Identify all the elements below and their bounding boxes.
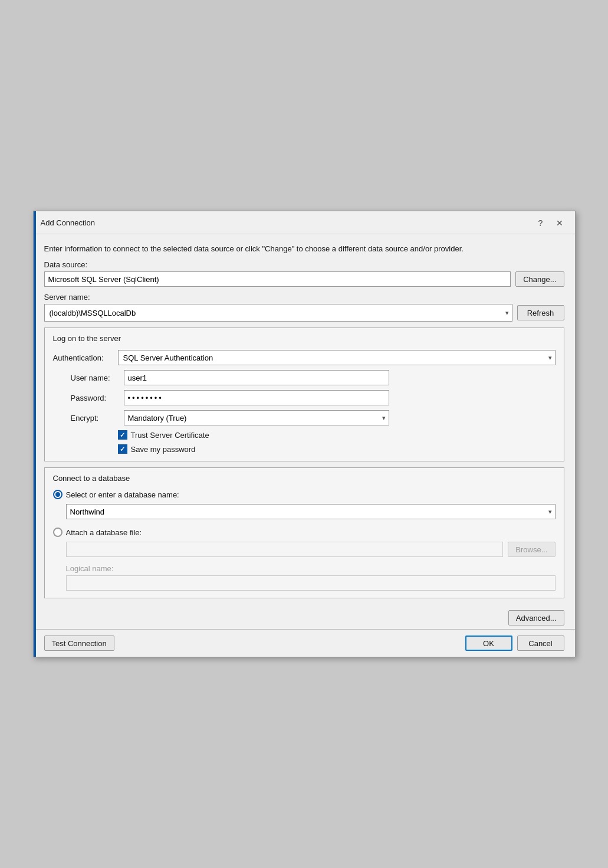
- ok-button[interactable]: OK: [465, 636, 512, 651]
- password-input[interactable]: [124, 390, 389, 405]
- add-connection-dialog: Add Connection ? ✕ Enter information to …: [33, 211, 576, 657]
- attach-database-radio[interactable]: [53, 528, 63, 537]
- intro-text: Enter information to connect to the sele…: [44, 244, 564, 254]
- database-section: Connect to a database Select or enter a …: [44, 467, 564, 598]
- browse-button: Browse...: [508, 542, 555, 557]
- encrypt-label: Encrypt:: [71, 414, 118, 422]
- server-name-section: Server name: (localdb)\MSSQLLocalDb Refr…: [44, 293, 564, 322]
- database-select[interactable]: Northwind master tempdb msdb: [66, 504, 556, 519]
- encrypt-row: Encrypt: Mandatory (True) Optional (Fals…: [53, 410, 556, 425]
- select-database-radio[interactable]: [53, 490, 63, 499]
- username-label: User name:: [71, 374, 118, 382]
- cancel-button[interactable]: Cancel: [517, 636, 564, 651]
- username-input[interactable]: [124, 370, 389, 385]
- logical-name-label: Logical name:: [66, 564, 556, 573]
- password-label: Password:: [71, 394, 118, 402]
- authentication-label: Authentication:: [53, 353, 112, 362]
- database-section-title: Connect to a database: [53, 474, 556, 483]
- server-name-label: Server name:: [44, 293, 564, 302]
- trust-certificate-checkbox[interactable]: [118, 430, 127, 440]
- test-connection-button[interactable]: Test Connection: [44, 636, 114, 651]
- server-name-select[interactable]: (localdb)\MSSQLLocalDb: [44, 304, 512, 322]
- change-button[interactable]: Change...: [515, 271, 564, 287]
- logon-section-title: Log on to the server: [53, 334, 556, 343]
- save-password-row: Save my password: [53, 444, 556, 454]
- server-name-row: (localdb)\MSSQLLocalDb Refresh: [44, 304, 564, 322]
- attach-database-label: Attach a database file:: [66, 528, 142, 537]
- server-name-select-wrapper: (localdb)\MSSQLLocalDb: [44, 304, 512, 322]
- logical-name-section: Logical name:: [53, 562, 556, 591]
- database-select-wrapper: Northwind master tempdb msdb: [66, 504, 556, 519]
- attach-file-row: Browse...: [53, 542, 556, 557]
- attach-file-input: [66, 542, 504, 557]
- help-button[interactable]: ?: [533, 216, 549, 230]
- save-password-label: Save my password: [131, 445, 196, 454]
- select-database-radio-inner: [55, 492, 60, 497]
- dialog-footer: Test Connection OK Cancel: [34, 629, 575, 657]
- trust-certificate-label: Trust Server Certificate: [131, 431, 209, 440]
- authentication-select-wrapper: SQL Server Authentication Windows Authen…: [118, 350, 556, 365]
- select-database-radio-row: Select or enter a database name:: [53, 490, 556, 499]
- dialog-content: Enter information to connect to the sele…: [34, 234, 575, 604]
- encrypt-select[interactable]: Mandatory (True) Optional (False) Strict…: [124, 410, 389, 425]
- data-source-input[interactable]: [44, 271, 511, 287]
- attach-database-radio-row: Attach a database file:: [53, 528, 556, 537]
- data-source-section: Data source: Change...: [44, 260, 564, 287]
- trust-certificate-row: Trust Server Certificate: [53, 430, 556, 440]
- logical-name-input: [66, 575, 556, 591]
- authentication-select[interactable]: SQL Server Authentication Windows Authen…: [118, 350, 556, 365]
- select-database-label: Select or enter a database name:: [66, 490, 179, 499]
- password-row: Password:: [53, 390, 556, 405]
- logon-section: Log on to the server Authentication: SQL…: [44, 327, 564, 461]
- authentication-row: Authentication: SQL Server Authenticatio…: [53, 350, 556, 365]
- footer-right: OK Cancel: [465, 636, 564, 651]
- title-bar-controls: ? ✕: [533, 216, 568, 230]
- database-select-container: Northwind master tempdb msdb: [53, 504, 556, 519]
- encrypt-select-wrapper: Mandatory (True) Optional (False) Strict…: [124, 410, 389, 425]
- advanced-row: Advanced...: [44, 610, 564, 625]
- close-button[interactable]: ✕: [551, 216, 568, 230]
- username-row: User name:: [53, 370, 556, 385]
- advanced-button[interactable]: Advanced...: [508, 610, 564, 625]
- title-bar: Add Connection ? ✕: [34, 211, 575, 234]
- refresh-button[interactable]: Refresh: [517, 305, 564, 320]
- save-password-checkbox[interactable]: [118, 444, 127, 454]
- dialog-title: Add Connection: [41, 218, 96, 227]
- data-source-row: Change...: [44, 271, 564, 287]
- blue-accent-bar: [34, 211, 36, 657]
- bottom-area: Advanced...: [34, 604, 575, 629]
- data-source-label: Data source:: [44, 260, 564, 269]
